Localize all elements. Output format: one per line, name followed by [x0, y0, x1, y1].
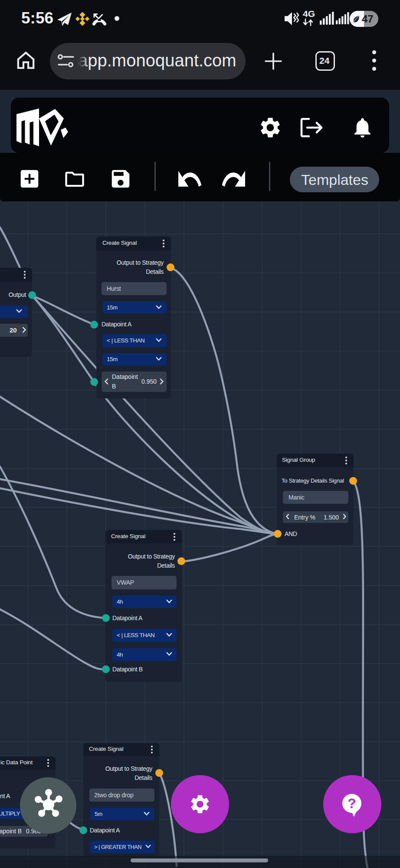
svg-text:?: ?	[348, 796, 356, 811]
